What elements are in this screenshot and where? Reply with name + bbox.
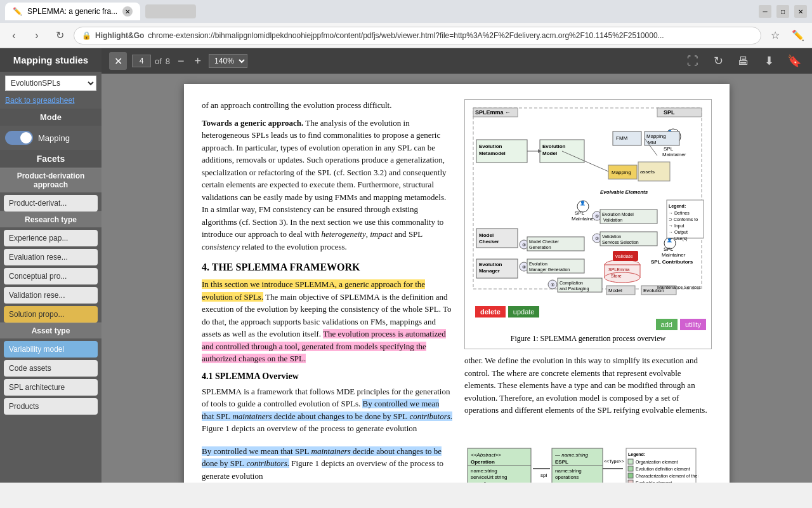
svg-text:SPLEmma: SPLEmma — [608, 267, 630, 272]
fullscreen-button[interactable]: ⛶ — [683, 51, 703, 71]
facet-btn-validation[interactable]: Validation rese... — [4, 287, 98, 304]
generic-approach-para: Towards a generic approach. The analysis… — [202, 117, 453, 253]
rotate-button[interactable]: ↻ — [708, 51, 728, 71]
svg-text:②: ② — [595, 236, 599, 241]
window-controls: ─ □ ✕ — [759, 5, 807, 18]
facet-group-header-asset: Asset type — [0, 323, 102, 338]
utility-button[interactable]: utility — [680, 319, 706, 330]
second-diagram: <<Abstract>> Operation name:string servi… — [464, 445, 699, 483]
close-button[interactable]: ✕ — [794, 5, 807, 18]
sidebar-select-row: EvolutionSPLs — [0, 72, 102, 95]
svg-text:operations: operations — [555, 474, 579, 480]
pdf-section4-text: In this section we introduce SPLEMMA, a … — [202, 278, 453, 365]
study-select[interactable]: EvolutionSPLs — [5, 76, 96, 91]
facet-btn-evaluation[interactable]: Evaluation rese... — [4, 249, 98, 265]
zoom-out-button[interactable]: − — [175, 52, 187, 70]
facets-header: Facets — [0, 150, 102, 168]
mapping-label: Mapping — [38, 133, 70, 143]
facet-btn-spl-arch[interactable]: SPL architecture — [4, 379, 98, 396]
svg-text:SPL: SPL — [664, 246, 674, 252]
svg-text:Store: Store — [611, 274, 622, 278]
browser-title-bar: ✏️ SPLEMMA: a generic fra... ✕ ─ □ ✕ — [0, 0, 812, 23]
tab-title: SPLEMMA: a generic fra... — [27, 7, 117, 16]
svg-text:Evolvable Elements: Evolvable Elements — [600, 189, 648, 195]
bottom-highlight-blue: By controlled we mean that SPL maintaine… — [202, 446, 442, 469]
pdf-section41-text: SPLEMMA is a framework that follows MDE … — [202, 385, 453, 435]
facet-group-header-product: Product-derivationapproach — [0, 168, 102, 192]
svg-text:operations: operations — [471, 481, 494, 483]
diagram-action-buttons: delete update — [473, 306, 706, 318]
svg-text:Evolution definition element: Evolution definition element — [636, 467, 690, 471]
bookmark-star-button[interactable]: ☆ — [766, 27, 784, 44]
facet-btn-products[interactable]: Products — [4, 398, 98, 415]
svg-text:⑤: ⑤ — [551, 283, 554, 287]
svg-text:ESPL: ESPL — [555, 459, 568, 465]
extension-button[interactable]: ✏️ — [789, 27, 807, 44]
zoom-in-button[interactable]: + — [192, 52, 204, 70]
svg-text:Compilation: Compilation — [560, 281, 583, 286]
pdf-bookmark-button[interactable]: 🔖 — [784, 51, 804, 71]
tab-close-button[interactable]: ✕ — [122, 6, 133, 17]
page-total: 8 — [166, 57, 170, 66]
svg-text:→ Use(s): → Use(s) — [669, 236, 688, 241]
highlight-go-label: Highlight&Go — [95, 31, 144, 40]
pdf-right-column: SPLEmma ← SPL 👤 SPL Maintainer — [464, 99, 712, 440]
svg-text:Maintainer: Maintainer — [662, 152, 686, 157]
forward-button[interactable]: › — [28, 27, 46, 44]
print-button[interactable]: 🖶 — [733, 51, 754, 71]
pdf-bottom-right: <<Abstract>> Operation name:string servi… — [464, 445, 712, 483]
back-button[interactable]: ‹ — [5, 27, 23, 44]
facet-btn-experience[interactable]: Experience pap... — [4, 230, 98, 246]
facet-group-header-research: Research type — [0, 211, 102, 227]
svg-text:Mapping: Mapping — [646, 133, 666, 139]
pdf-pages: of 8 — [132, 55, 170, 67]
security-icon: 🔒 — [82, 31, 91, 40]
svg-text:Validation: Validation — [602, 234, 621, 239]
delete-button[interactable]: delete — [475, 306, 506, 318]
pdf-right-col-text: other. We define the evolution in this w… — [464, 354, 712, 417]
url-bar[interactable]: 🔒 Highlight&Go chrome-extension://bihmal… — [74, 27, 761, 44]
back-to-spreadsheet-link[interactable]: Back to spreadsheet — [0, 95, 102, 109]
svg-text:Evolution Model: Evolution Model — [602, 212, 634, 217]
facet-btn-variability[interactable]: Variability model — [4, 341, 98, 358]
svg-text:→ Defines: → Defines — [669, 211, 690, 215]
svg-rect-108 — [628, 466, 633, 471]
add-button[interactable]: add — [656, 319, 678, 330]
svg-text:Generation: Generation — [529, 245, 551, 250]
maximize-button[interactable]: □ — [776, 5, 789, 18]
generic-approach-heading: Towards a generic approach. — [202, 118, 303, 128]
reload-button[interactable]: ↻ — [51, 27, 69, 44]
svg-text:name:string: name:string — [555, 468, 582, 474]
svg-text:— name:string: — name:string — [554, 452, 589, 458]
facet-btn-conceptual[interactable]: Conceptual pro... — [4, 268, 98, 284]
svg-text:Evolvable element: Evolvable element — [636, 481, 672, 483]
pdf-bottom-left: By controlled we mean that SPL maintaine… — [202, 445, 453, 483]
svg-text:FMM: FMM — [616, 135, 628, 141]
svg-text:Model: Model — [542, 150, 557, 156]
svg-rect-39 — [476, 229, 518, 248]
minimize-button[interactable]: ─ — [759, 5, 771, 18]
download-button[interactable]: ⬇ — [759, 51, 779, 71]
pdf-intro-text: of an approach controlling the evolution… — [202, 99, 453, 253]
browser-tab[interactable]: ✏️ SPLEMMA: a generic fra... ✕ — [5, 3, 140, 20]
svg-text:Manager: Manager — [479, 268, 500, 274]
svg-text:Maintainer: Maintainer — [572, 216, 596, 222]
mode-toggle[interactable] — [5, 131, 33, 145]
svg-text:③: ③ — [522, 243, 526, 247]
svg-text:Organization element: Organization element — [636, 460, 678, 465]
pdf-page: of an approach controlling the evolution… — [184, 84, 730, 483]
facet-btn-code[interactable]: Code assets — [4, 360, 98, 377]
svg-text:<<Type>>: <<Type>> — [604, 459, 624, 464]
svg-rect-110 — [628, 473, 633, 478]
facet-btn-product-derivation[interactable]: Product-derivat... — [4, 195, 98, 211]
facet-btn-solution[interactable]: Solution propo... — [4, 306, 98, 323]
zoom-select[interactable]: 140% — [209, 54, 247, 68]
pdf-content-area[interactable]: of an approach controlling the evolution… — [102, 74, 812, 483]
page-number-input[interactable] — [132, 55, 151, 67]
svg-text:assets: assets — [640, 169, 655, 175]
update-button[interactable]: update — [508, 306, 540, 318]
svg-text:SPL: SPL — [664, 109, 675, 116]
svg-text:Legend:: Legend: — [628, 452, 645, 457]
svg-text:Evolution: Evolution — [542, 144, 566, 149]
pdf-close-button[interactable]: ✕ — [109, 52, 127, 70]
